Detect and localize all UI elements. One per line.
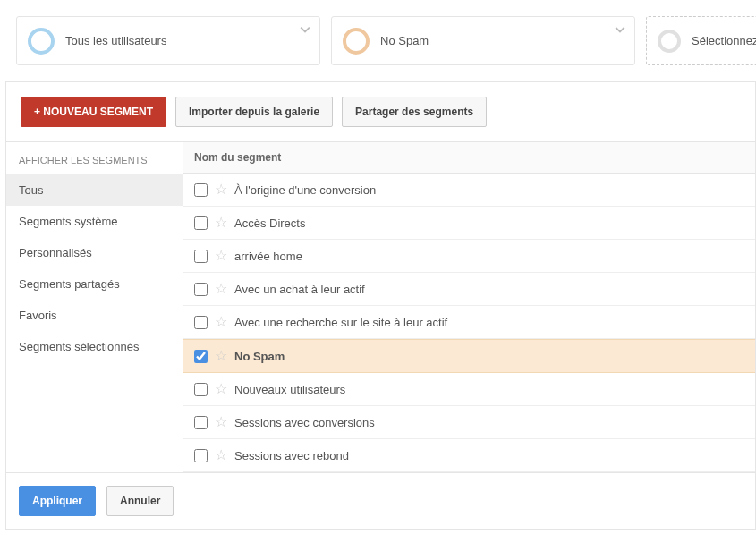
table-row[interactable]: ☆Avec un achat à leur actif <box>183 273 755 306</box>
segment-circle-icon <box>343 28 370 55</box>
row-checkbox[interactable] <box>194 316 208 329</box>
cancel-button[interactable]: Annuler <box>106 486 174 516</box>
segment-circle-icon <box>28 28 55 55</box>
row-checkbox[interactable] <box>194 449 208 462</box>
row-label: arrivée home <box>234 250 302 263</box>
row-label: Avec un achat à leur actif <box>234 283 365 296</box>
row-label: Sessions avec rebond <box>234 449 349 462</box>
star-icon[interactable]: ☆ <box>215 448 227 462</box>
footer: Appliquer Annuler <box>6 472 755 529</box>
segment-cards: Tous les utilisateursNo SpamSélectionnez <box>0 0 756 81</box>
table-header-row: Nom du segment <box>183 141 755 174</box>
new-segment-button[interactable]: + NOUVEAU SEGMENT <box>21 97 166 127</box>
share-segments-button[interactable]: Partager des segments <box>342 97 487 127</box>
segments-table: Nom du segment ☆À l'origine d'une conver… <box>183 141 755 472</box>
row-checkbox[interactable] <box>194 383 208 396</box>
row-checkbox[interactable] <box>194 250 208 263</box>
chevron-down-icon[interactable] <box>615 24 625 38</box>
star-icon[interactable]: ☆ <box>215 315 227 329</box>
table-row[interactable]: ☆arrivée home <box>183 240 755 273</box>
column-header-name: Nom du segment <box>183 142 292 173</box>
table-row[interactable]: ☆Avec une recherche sur le site à leur a… <box>183 306 755 339</box>
row-label: Avec une recherche sur le site à leur ac… <box>234 316 447 329</box>
sidebar-item[interactable]: Segments sélectionnés <box>6 331 183 362</box>
star-icon[interactable]: ☆ <box>215 216 227 230</box>
sidebar: AFFICHER LES SEGMENTS TousSegments systè… <box>6 141 183 472</box>
row-label: Nouveaux utilisateurs <box>234 383 345 396</box>
sidebar-item[interactable]: Segments partagés <box>6 268 183 300</box>
sidebar-item[interactable]: Tous <box>6 174 183 206</box>
sidebar-items: TousSegments systèmePersonnalisésSegment… <box>6 174 183 362</box>
table-row[interactable]: ☆À l'origine d'une conversion <box>183 174 755 207</box>
apply-button[interactable]: Appliquer <box>19 486 96 516</box>
segment-card-1[interactable]: No Spam <box>331 16 635 65</box>
sidebar-item[interactable]: Personnalisés <box>6 237 183 268</box>
star-icon[interactable]: ☆ <box>215 282 227 296</box>
sidebar-header: AFFICHER LES SEGMENTS <box>6 141 183 174</box>
row-label: Sessions avec conversions <box>234 416 375 429</box>
segment-circle-icon <box>658 30 681 53</box>
table-row[interactable]: ☆Accès Directs <box>183 207 755 240</box>
import-gallery-button[interactable]: Importer depuis la galerie <box>175 97 333 127</box>
chevron-down-icon[interactable] <box>300 24 310 38</box>
star-icon[interactable]: ☆ <box>215 415 227 429</box>
table-row[interactable]: ☆Sessions avec rebond <box>183 439 755 472</box>
content-area: AFFICHER LES SEGMENTS TousSegments systè… <box>6 141 755 472</box>
row-label: No Spam <box>234 350 285 363</box>
star-icon[interactable]: ☆ <box>215 382 227 396</box>
segment-card-label: Sélectionnez <box>692 34 756 47</box>
segment-card-label: Tous les utilisateurs <box>65 34 166 47</box>
star-icon[interactable]: ☆ <box>215 182 227 197</box>
row-checkbox[interactable] <box>194 350 208 363</box>
row-label: Accès Directs <box>234 216 305 230</box>
segment-card-label: No Spam <box>380 34 429 47</box>
segments-panel: + NOUVEAU SEGMENT Importer depuis la gal… <box>5 81 756 530</box>
table-rows: ☆À l'origine d'une conversion☆Accès Dire… <box>183 174 755 472</box>
row-checkbox[interactable] <box>194 283 208 296</box>
star-icon[interactable]: ☆ <box>215 249 227 263</box>
toolbar: + NOUVEAU SEGMENT Importer depuis la gal… <box>6 82 755 141</box>
table-row[interactable]: ☆Nouveaux utilisateurs <box>183 373 755 406</box>
row-label: À l'origine d'une conversion <box>234 183 376 197</box>
segment-card-0[interactable]: Tous les utilisateurs <box>16 16 320 65</box>
table-row[interactable]: ☆Sessions avec conversions <box>183 406 755 439</box>
star-icon[interactable]: ☆ <box>215 349 227 363</box>
row-checkbox[interactable] <box>194 216 208 230</box>
segment-card-2[interactable]: Sélectionnez <box>646 16 756 65</box>
sidebar-item[interactable]: Segments système <box>6 206 183 237</box>
row-checkbox[interactable] <box>194 183 208 197</box>
row-checkbox[interactable] <box>194 416 208 429</box>
table-row[interactable]: ☆No Spam <box>183 339 755 373</box>
sidebar-item[interactable]: Favoris <box>6 300 183 331</box>
